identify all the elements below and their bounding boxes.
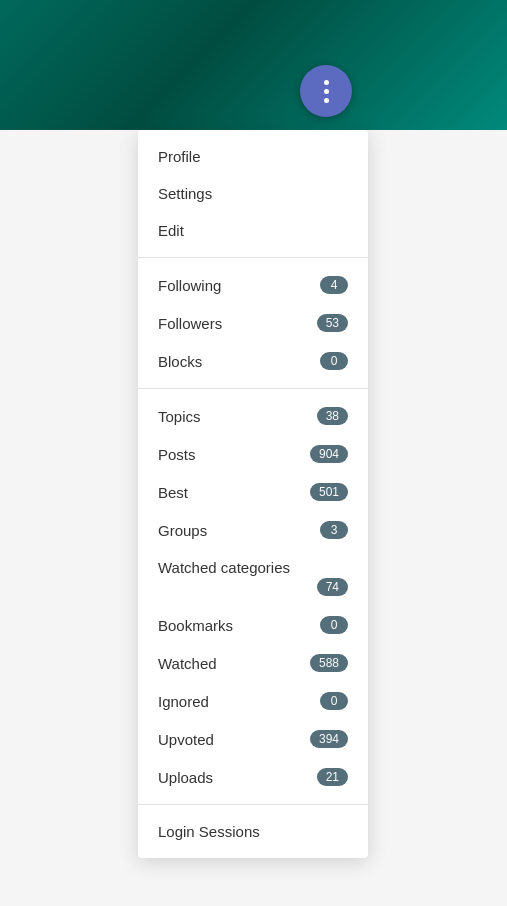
more-options-button[interactable] bbox=[300, 65, 352, 117]
menu-item-blocks[interactable]: Blocks 0 bbox=[138, 342, 368, 380]
menu-item-ignored[interactable]: Ignored 0 bbox=[138, 682, 368, 720]
menu-item-upvoted[interactable]: Upvoted 394 bbox=[138, 720, 368, 758]
menu-item-watched[interactable]: Watched 588 bbox=[138, 644, 368, 682]
ignored-badge: 0 bbox=[320, 692, 348, 710]
menu-section-actions: Profile Settings Edit bbox=[138, 130, 368, 258]
watched-categories-badge: 74 bbox=[317, 578, 348, 596]
menu-item-uploads[interactable]: Uploads 21 bbox=[138, 758, 368, 796]
menu-item-settings[interactable]: Settings bbox=[138, 175, 368, 212]
posts-badge: 904 bbox=[310, 445, 348, 463]
menu-item-following[interactable]: Following 4 bbox=[138, 266, 368, 304]
best-badge: 501 bbox=[310, 483, 348, 501]
menu-section-sessions: Login Sessions bbox=[138, 805, 368, 858]
menu-item-profile[interactable]: Profile bbox=[138, 138, 368, 175]
menu-item-groups[interactable]: Groups 3 bbox=[138, 511, 368, 549]
menu-section-content: Topics 38 Posts 904 Best 501 Groups 3 Wa… bbox=[138, 389, 368, 805]
menu-section-social: Following 4 Followers 53 Blocks 0 bbox=[138, 258, 368, 389]
dropdown-menu: Profile Settings Edit Following 4 Follow… bbox=[138, 130, 368, 858]
menu-item-followers[interactable]: Followers 53 bbox=[138, 304, 368, 342]
upvoted-badge: 394 bbox=[310, 730, 348, 748]
three-dots-icon bbox=[324, 80, 329, 103]
menu-item-posts[interactable]: Posts 904 bbox=[138, 435, 368, 473]
following-badge: 4 bbox=[320, 276, 348, 294]
followers-badge: 53 bbox=[317, 314, 348, 332]
menu-item-topics[interactable]: Topics 38 bbox=[138, 397, 368, 435]
bookmarks-badge: 0 bbox=[320, 616, 348, 634]
header-background bbox=[0, 0, 507, 130]
menu-item-edit[interactable]: Edit bbox=[138, 212, 368, 249]
menu-item-login-sessions[interactable]: Login Sessions bbox=[138, 813, 368, 850]
uploads-badge: 21 bbox=[317, 768, 348, 786]
menu-item-bookmarks[interactable]: Bookmarks 0 bbox=[138, 606, 368, 644]
blocks-badge: 0 bbox=[320, 352, 348, 370]
groups-badge: 3 bbox=[320, 521, 348, 539]
topics-badge: 38 bbox=[317, 407, 348, 425]
watched-badge: 588 bbox=[310, 654, 348, 672]
menu-item-watched-categories[interactable]: Watched categories 74 bbox=[138, 549, 368, 606]
menu-item-best[interactable]: Best 501 bbox=[138, 473, 368, 511]
